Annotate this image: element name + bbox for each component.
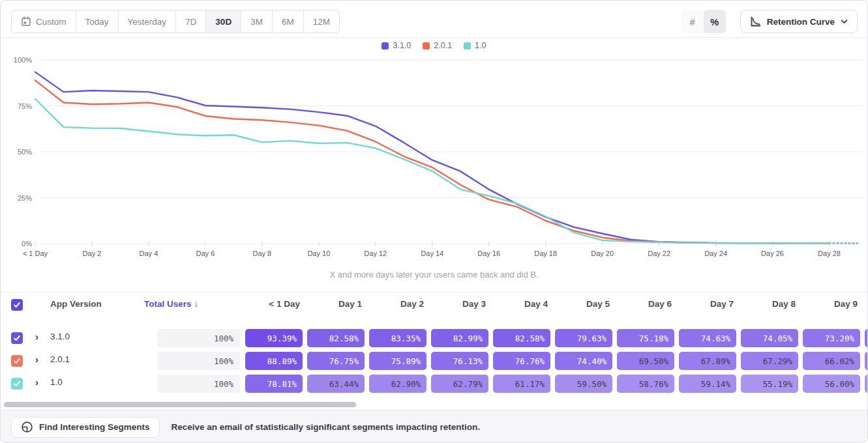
y-axis-label: 25% xyxy=(18,194,32,202)
column-day-header: Day 5 xyxy=(555,299,612,309)
retention-cell[interactable]: 79.63% xyxy=(555,329,612,347)
range-label: 3M xyxy=(250,17,263,27)
x-axis-label: Day 6 xyxy=(196,250,215,257)
absolute-values-toggle[interactable]: # xyxy=(681,10,704,33)
select-all-checkbox[interactable] xyxy=(11,299,23,311)
legend-item-3.1.0[interactable]: 3.1.0 xyxy=(382,41,411,50)
row-name[interactable]: 3.1.0 xyxy=(50,332,70,341)
range-button-7d[interactable]: 7D xyxy=(176,10,206,33)
retention-cell[interactable]: 88.89% xyxy=(245,352,303,370)
row-checkbox-2.0.1[interactable] xyxy=(11,355,23,367)
retention-cell[interactable]: 74.05% xyxy=(741,329,798,347)
retention-cell[interactable]: 58.76% xyxy=(617,375,674,393)
retention-cell[interactable]: 75.18% xyxy=(617,329,674,347)
retention-cell[interactable]: 76.13% xyxy=(431,352,488,370)
legend-label: 3.1.0 xyxy=(393,41,411,50)
range-label: Today xyxy=(85,17,109,27)
column-day-header: Day 2 xyxy=(369,299,427,309)
retention-cell[interactable]: 59.50% xyxy=(555,375,612,393)
retention-cell[interactable]: 67.89% xyxy=(679,352,736,370)
x-axis-label: Day 10 xyxy=(307,250,330,257)
table-row: ›2.0.1100%88.89%76.75%75.89%76.13%76.76%… xyxy=(1,352,867,375)
retention-cell[interactable]: 69.50% xyxy=(617,352,674,370)
expand-chevron-icon[interactable]: › xyxy=(35,377,38,388)
retention-cell[interactable]: 82.99% xyxy=(431,329,488,347)
y-axis-label: 50% xyxy=(18,148,32,156)
expand-chevron-icon[interactable]: › xyxy=(35,331,38,342)
legend-label: 1.0 xyxy=(475,41,486,50)
date-range-segmented-control: CustomTodayYesterday7D30D3M6M12M xyxy=(11,10,340,33)
range-button-yesterday[interactable]: Yesterday xyxy=(119,10,177,33)
range-label: Yesterday xyxy=(128,17,167,27)
clipped-cell xyxy=(865,352,868,370)
column-app-version: App Version xyxy=(50,299,102,309)
x-axis-label: Day 2 xyxy=(83,250,102,257)
retention-cell[interactable]: 61.17% xyxy=(493,375,550,393)
retention-cell[interactable]: 59.14% xyxy=(679,375,736,393)
clipped-cell xyxy=(865,375,868,393)
retention-cell[interactable]: 76.75% xyxy=(307,352,365,370)
retention-report-card: 0%25%50%75%100%< 1 DayDay 2Day 4Day 6Day… xyxy=(0,0,868,443)
check-icon xyxy=(13,301,21,309)
column-day-header: Day 3 xyxy=(431,299,488,309)
retention-cell[interactable]: 67.29% xyxy=(741,352,798,370)
total-users-value: 100% xyxy=(157,329,240,347)
column-day-header: Day 6 xyxy=(617,299,674,309)
retention-cell[interactable]: 73.20% xyxy=(803,329,860,347)
retention-cell[interactable]: 76.76% xyxy=(493,352,550,370)
series-line-3.1.0[interactable] xyxy=(35,72,830,244)
retention-cell[interactable]: 62.90% xyxy=(369,375,427,393)
find-interesting-segments-label: Find Interesting Segments xyxy=(39,422,150,432)
expand-chevron-icon[interactable]: › xyxy=(35,354,38,365)
range-button-custom[interactable]: Custom xyxy=(12,10,76,33)
retention-cell[interactable]: 74.40% xyxy=(555,352,612,370)
retention-cell[interactable]: 66.02% xyxy=(803,352,860,370)
row-name[interactable]: 2.0.1 xyxy=(50,354,70,364)
range-label: 30D xyxy=(215,17,232,27)
range-button-30d[interactable]: 30D xyxy=(206,10,241,33)
retention-cell[interactable]: 55.19% xyxy=(741,375,798,393)
retention-cell[interactable]: 74.63% xyxy=(679,329,736,347)
series-line-2.0.1[interactable] xyxy=(35,80,830,243)
x-axis-label: Day 28 xyxy=(818,250,841,257)
table-row: ›3.1.0100%93.39%82.58%83.35%82.99%82.58%… xyxy=(1,330,867,352)
legend-label: 2.0.1 xyxy=(434,41,452,50)
x-axis-label: < 1 Day xyxy=(23,250,48,257)
range-button-3m[interactable]: 3M xyxy=(241,10,273,33)
row-checkbox-1.0[interactable] xyxy=(11,378,23,390)
range-label: 12M xyxy=(313,17,330,27)
horizontal-scrollbar[interactable] xyxy=(4,402,356,407)
column-total-users-sort[interactable]: Total Users ↓ xyxy=(144,299,242,309)
retention-cell[interactable]: 82.58% xyxy=(307,329,365,347)
footer-bar: Find Interesting Segments Receive an ema… xyxy=(1,410,867,443)
row-name[interactable]: 1.0 xyxy=(50,377,63,387)
clipped-cell xyxy=(865,329,868,347)
column-day-header: < 1 Day xyxy=(245,299,303,309)
legend-item-1.0[interactable]: 1.0 xyxy=(464,41,486,50)
retention-cell[interactable]: 62.79% xyxy=(431,375,488,393)
find-interesting-segments-button[interactable]: Find Interesting Segments xyxy=(11,417,160,438)
toolbar-right-controls: #% Retention Curve xyxy=(681,10,858,33)
value-mode-toggle: #% xyxy=(681,10,726,33)
range-button-6m[interactable]: 6M xyxy=(273,10,304,33)
range-button-today[interactable]: Today xyxy=(76,10,119,33)
row-checkbox-3.1.0[interactable] xyxy=(11,332,23,344)
column-day-header: Day 9 xyxy=(803,299,860,309)
chart-type-dropdown[interactable]: Retention Curve xyxy=(740,10,858,33)
column-day-header: Day 7 xyxy=(679,299,736,309)
retention-cell[interactable]: 63.44% xyxy=(307,375,365,393)
retention-cell[interactable]: 75.89% xyxy=(369,352,427,370)
range-button-12m[interactable]: 12M xyxy=(304,10,339,33)
retention-cell[interactable]: 82.58% xyxy=(493,329,550,347)
legend-swatch xyxy=(464,42,471,50)
retention-cell[interactable]: 78.81% xyxy=(245,375,303,393)
x-axis-label: Day 16 xyxy=(477,250,500,257)
x-axis-label: Day 24 xyxy=(704,250,727,257)
retention-cell[interactable]: 56.00% xyxy=(803,375,860,393)
retention-cell[interactable]: 93.39% xyxy=(245,329,303,347)
percent-values-toggle[interactable]: % xyxy=(704,10,726,33)
series-line-1.0[interactable] xyxy=(35,99,830,244)
retention-cell[interactable]: 83.35% xyxy=(369,329,427,347)
range-label: 7D xyxy=(185,17,196,27)
legend-item-2.0.1[interactable]: 2.0.1 xyxy=(423,41,452,50)
